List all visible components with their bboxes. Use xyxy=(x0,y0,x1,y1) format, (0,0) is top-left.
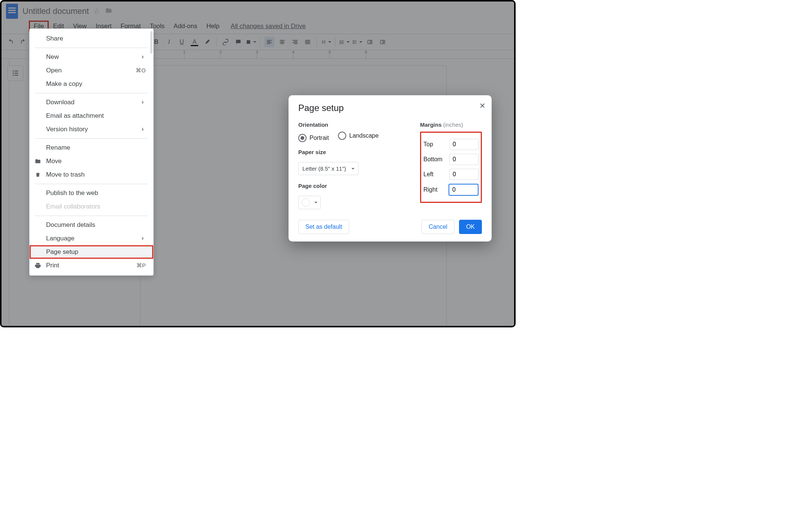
menu-separator xyxy=(35,93,148,93)
dialog-close-button[interactable]: ✕ xyxy=(479,101,486,110)
cancel-button[interactable]: Cancel xyxy=(422,220,455,234)
submenu-arrow-icon xyxy=(142,100,146,104)
menu-separator xyxy=(35,216,148,216)
submenu-arrow-icon xyxy=(142,128,146,131)
orientation-label: Orientation xyxy=(298,122,413,128)
trash-icon xyxy=(34,171,42,178)
orientation-portrait-radio[interactable]: Portrait xyxy=(298,134,329,142)
file-menu-dropdown: Share New Open⌘O Make a copy Download Em… xyxy=(29,28,154,276)
annotation-arrow xyxy=(1,327,516,327)
menu-separator xyxy=(35,184,148,184)
color-swatch-icon xyxy=(302,198,310,207)
file-version-history[interactable]: Version history xyxy=(30,123,153,136)
file-open[interactable]: Open⌘O xyxy=(30,64,153,77)
print-icon xyxy=(34,262,42,269)
file-page-setup[interactable]: Page setup xyxy=(30,245,153,259)
margin-bottom-input[interactable] xyxy=(449,154,479,165)
radio-icon xyxy=(338,132,346,140)
margin-left-input[interactable] xyxy=(449,169,479,180)
set-as-default-button[interactable]: Set as default xyxy=(298,220,349,234)
file-download[interactable]: Download xyxy=(30,96,153,109)
file-publish-web[interactable]: Publish to the web xyxy=(30,186,153,200)
radio-icon xyxy=(298,134,307,142)
app-frame: Untitled document ☆ File Edit View Inser… xyxy=(0,0,516,327)
margin-bottom-label: Bottom xyxy=(423,156,443,163)
submenu-arrow-icon xyxy=(142,55,146,59)
margin-top-label: Top xyxy=(423,141,433,148)
margins-label: Margins (inches) xyxy=(420,122,482,128)
folder-icon xyxy=(34,158,42,164)
menu-separator xyxy=(35,138,148,139)
file-new[interactable]: New xyxy=(30,50,153,64)
file-make-copy[interactable]: Make a copy xyxy=(30,77,153,91)
paper-size-label: Paper size xyxy=(298,149,413,155)
file-email-collaborators: Email collaborators xyxy=(30,200,153,213)
ok-button[interactable]: OK xyxy=(459,220,482,234)
file-print[interactable]: Print⌘P xyxy=(30,259,153,272)
dialog-title: Page setup xyxy=(298,104,482,112)
margin-right-label: Right xyxy=(423,186,437,193)
keyboard-shortcut: ⌘O xyxy=(136,67,146,74)
paper-size-select[interactable]: Letter (8.5" x 11") xyxy=(298,162,359,175)
menu-separator xyxy=(35,48,148,48)
file-language[interactable]: Language xyxy=(30,232,153,245)
keyboard-shortcut: ⌘P xyxy=(136,262,146,269)
margins-highlight: Top Bottom Left Right xyxy=(420,132,482,203)
file-document-details[interactable]: Document details xyxy=(30,218,153,232)
file-rename[interactable]: Rename xyxy=(30,141,153,154)
margin-left-label: Left xyxy=(423,171,434,178)
page-color-select[interactable] xyxy=(298,196,321,209)
orientation-landscape-radio[interactable]: Landscape xyxy=(338,132,378,140)
margin-right-input[interactable] xyxy=(449,184,479,196)
file-move[interactable]: Move xyxy=(30,154,153,168)
page-color-label: Page color xyxy=(298,183,413,189)
page-setup-dialog: ✕ Page setup Orientation Portrait Landsc… xyxy=(289,95,492,242)
submenu-arrow-icon xyxy=(142,237,146,240)
file-move-to-trash[interactable]: Move to trash xyxy=(30,168,153,182)
file-share[interactable]: Share xyxy=(30,32,153,45)
file-email-attachment[interactable]: Email as attachment xyxy=(30,109,153,123)
margin-top-input[interactable] xyxy=(449,139,479,150)
